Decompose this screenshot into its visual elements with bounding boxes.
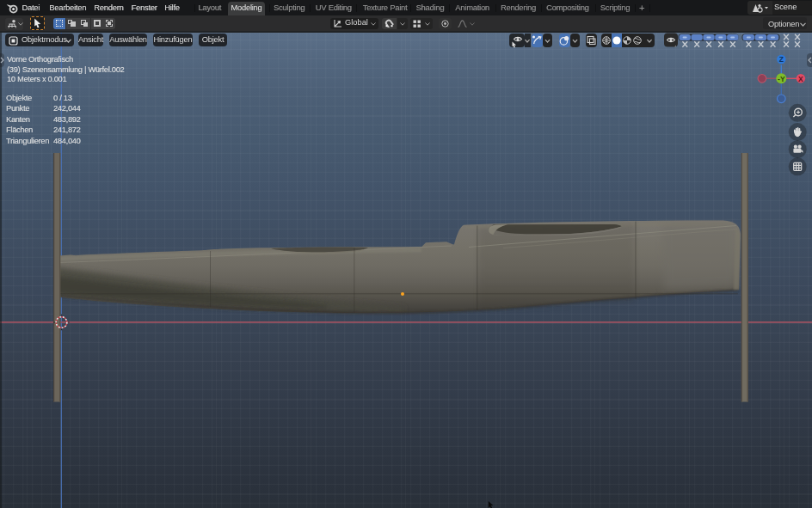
svg-text:-Y: -Y (778, 75, 785, 83)
svg-text:Z: Z (779, 55, 784, 64)
svg-text:X: X (798, 75, 803, 83)
